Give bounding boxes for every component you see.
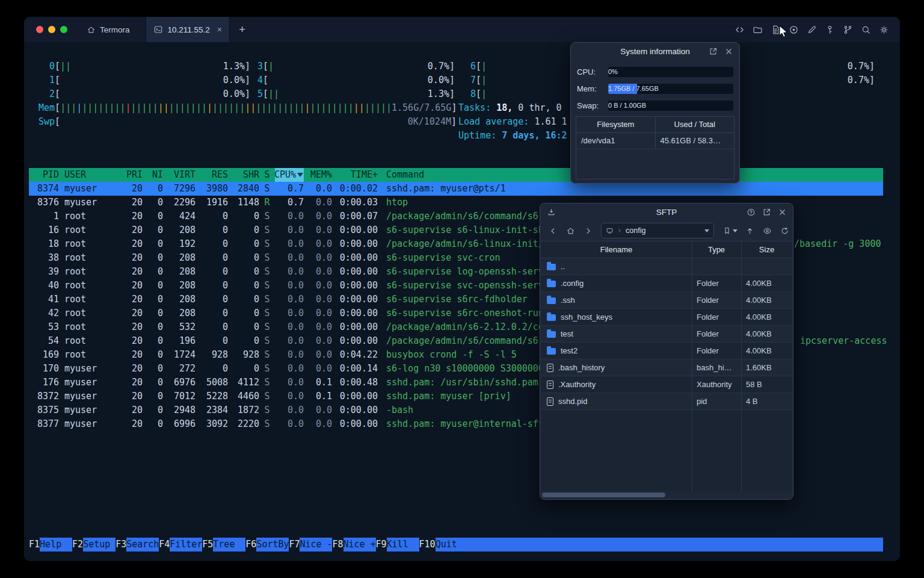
col-shr[interactable]: SHR [228,168,259,182]
download-icon[interactable] [547,204,556,221]
search-icon[interactable] [861,25,871,35]
fkey-label-nice[interactable]: Nice - [300,538,332,552]
fkey-f4[interactable]: F4 [159,538,170,552]
sort-descending-icon [297,173,303,177]
cell-pri: 20 [121,320,143,334]
minimize-window-button[interactable] [48,26,55,33]
close-window-button[interactable] [36,26,43,33]
fkey-label-kill[interactable]: Kill [387,538,419,552]
cell-ni: 0 [143,320,163,334]
file-row[interactable]: .. [541,258,792,275]
fkey-f6[interactable]: F6 [245,538,256,552]
fkey-label-quit[interactable]: Quit [436,538,468,552]
zoom-window-button[interactable] [60,26,67,33]
fkey-f5[interactable]: F5 [202,538,213,552]
fkey-f9[interactable]: F9 [376,538,387,552]
fkey-label-filter[interactable]: Filter [170,538,202,552]
file-table: Filename Type Size ...configFolder4.00KB… [541,241,792,491]
file-row[interactable]: sshd.pidpid4 B [541,393,792,410]
fkey-f2[interactable]: F2 [72,538,83,552]
col-type[interactable]: Type [692,241,741,258]
mem-bar: ||||||||||||||||||||||||||||||||||||||||… [60,101,392,115]
process-row[interactable]: 8374myuser200729639802840S0.70.00:00.02s… [29,182,883,196]
file-row[interactable]: test2Folder4.00KB [541,343,792,359]
preview-eye-icon[interactable] [760,224,774,237]
back-icon[interactable] [546,224,559,237]
cpu-meter-label: 7 [470,73,476,87]
sysinfo-panel-header[interactable]: System information [571,43,739,60]
col-pri[interactable]: PRI [121,168,143,182]
cell-pri: 20 [121,362,143,376]
open-in-window-icon[interactable] [762,208,771,217]
tab-home[interactable]: Termora [77,17,146,42]
open-in-window-icon[interactable] [709,47,718,56]
fkey-f1[interactable]: F1 [29,538,40,552]
fkey-label-tree[interactable]: Tree [213,538,245,552]
spacer [60,87,223,101]
toolbar [735,25,900,35]
cell-time: 0:00.14 [332,362,378,376]
fkey-f7[interactable]: F7 [289,538,300,552]
cell-mem: 0.0 [304,403,332,417]
cell-s: S [259,376,275,390]
close-panel-icon[interactable] [724,47,733,56]
col-cpu-sorted[interactable]: CPU% [275,168,304,182]
process-table-header[interactable]: PID USER PRI NI VIRT RES SHR S CPU% MEM%… [29,168,883,182]
col-ni[interactable]: NI [143,168,163,182]
close-panel-icon[interactable] [778,208,787,217]
fkey-label-sortby[interactable]: SortBy [256,538,289,552]
fkey-f3[interactable]: F3 [116,538,126,552]
file-row[interactable]: ssh_host_keysFolder4.00KB [541,309,792,326]
file-size: 4.00KB [741,279,792,288]
bookmark-icon[interactable] [721,224,739,237]
path-breadcrumb[interactable]: config [601,223,714,238]
col-res[interactable]: RES [196,168,228,182]
col-time[interactable]: TIME+ [332,168,378,182]
col-filename[interactable]: Filename [541,241,692,258]
fkey-label-search[interactable]: Search [126,538,159,552]
tab-session[interactable]: 10.211.55.2 × [146,17,230,42]
col-state[interactable]: S [259,168,275,182]
load-line: Load average: 1.61 1 [458,115,567,129]
file-table-header[interactable]: Filename Type Size [541,241,792,258]
folder-icon[interactable] [753,25,763,35]
fkey-f8[interactable]: F8 [332,538,343,552]
file-row[interactable]: .bash_historybash_hi…1.60KB [541,359,792,376]
cell-virt: 272 [163,362,196,376]
fkey-f10[interactable]: F10 [419,538,436,552]
col-pid[interactable]: PID [29,168,59,182]
forward-icon[interactable] [581,224,594,237]
refresh-icon[interactable] [778,224,791,237]
up-directory-icon[interactable] [743,224,756,237]
scrollbar-thumb[interactable] [542,493,665,497]
settings-gear-icon[interactable] [879,25,889,35]
file-row[interactable]: .configFolder4.00KB [541,275,792,292]
cell-virt: 208 [163,265,196,279]
pen-icon[interactable] [807,25,817,35]
cell-mem: 0.0 [304,196,332,210]
cell-user: root [59,279,121,293]
file-row[interactable]: .sshFolder4.00KB [541,292,792,309]
cell-virt: 208 [163,223,196,237]
horizontal-scrollbar[interactable] [542,493,791,497]
fkey-label-nice[interactable]: Nice + [343,538,376,552]
fkey-label-setup[interactable]: Setup [83,538,116,552]
git-branch-icon[interactable] [843,25,853,35]
key-icon[interactable] [825,25,835,35]
filesystem-row[interactable]: /dev/vda1 45.61GB / 58.3… [576,133,734,149]
file-row[interactable]: testFolder4.00KB [541,326,792,343]
sftp-panel-header[interactable]: SFTP [540,204,793,221]
code-icon[interactable] [735,25,745,35]
fkey-label-help[interactable]: Help [40,538,72,552]
close-tab-icon[interactable]: × [217,25,222,34]
col-virt[interactable]: VIRT [163,168,196,182]
file-row[interactable]: .XauthorityXauthority58 B [541,376,792,393]
col-user[interactable]: USER [59,168,121,182]
col-size[interactable]: Size [741,241,792,258]
help-icon[interactable] [747,208,756,217]
new-tab-button[interactable]: + [230,23,254,36]
col-mem[interactable]: MEM% [304,168,332,182]
mem-usage-row: Mem: 1.75GB / 7.65GB [571,83,739,94]
record-icon[interactable] [789,25,799,35]
home-icon[interactable] [564,224,577,237]
